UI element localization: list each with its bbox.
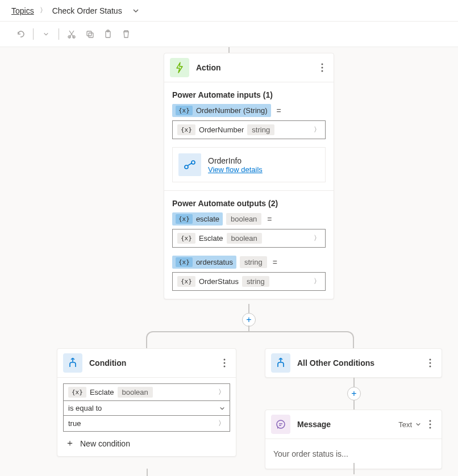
redo-dropdown-button[interactable]: [37, 26, 55, 42]
out1-value-name: Esclate: [199, 234, 223, 243]
delete-button[interactable]: [117, 26, 135, 42]
variable-icon: {x}: [177, 276, 195, 287]
condition-node[interactable]: Condition {x} Esclate boolean 〉 is equal…: [57, 348, 236, 457]
output-variable-chip[interactable]: {x} orderstatus: [172, 256, 236, 269]
svg-point-13: [224, 366, 226, 368]
toolbar: [0, 22, 458, 47]
input-value-name: OrderNumber: [199, 126, 244, 134]
chevron-right-icon: 〉: [314, 125, 320, 135]
condition-var-type: boolean: [118, 387, 153, 398]
connector-line: [353, 463, 355, 474]
other-header: All Other Conditions: [265, 349, 442, 377]
variable-icon: {x}: [176, 214, 193, 224]
more-icon[interactable]: [424, 356, 436, 370]
input-variable-chip[interactable]: {x} OrderNumber (String): [172, 104, 271, 117]
svg-point-12: [224, 362, 226, 364]
action-title: Action: [196, 63, 317, 72]
breadcrumb-separator: 〉: [40, 6, 47, 15]
input-value-type: string: [247, 124, 274, 135]
add-node-button[interactable]: +: [242, 313, 256, 327]
svg-point-14: [430, 359, 431, 361]
svg-point-10: [191, 161, 195, 164]
all-other-conditions-node[interactable]: All Other Conditions: [265, 348, 442, 378]
message-title: Message: [297, 420, 398, 429]
out2-var-type: string: [240, 256, 267, 268]
inputs-section-label: Power Automate inputs (1): [164, 82, 334, 104]
copy-button[interactable]: [81, 26, 99, 42]
view-flow-details-link[interactable]: View flow details: [208, 165, 263, 174]
condition-header: Condition: [57, 349, 236, 378]
svg-point-19: [430, 424, 431, 425]
condition-value: true: [68, 419, 81, 428]
output-variable-chip[interactable]: {x} esclate: [172, 212, 223, 226]
message-type-label: Text: [398, 420, 412, 429]
input-var-name: OrderNumber (String): [196, 106, 268, 115]
chevron-down-icon: [415, 421, 421, 427]
condition-title: Condition: [89, 358, 219, 368]
authoring-canvas[interactable]: Action Power Automate inputs (1) {x} Ord…: [0, 47, 458, 475]
condition-operator-selector[interactable]: is equal to: [63, 401, 230, 416]
connector-line: [248, 325, 249, 331]
outputs-section-label: Power Automate outputs (2): [164, 190, 334, 212]
add-node-button[interactable]: +: [347, 387, 361, 400]
equals-sign: =: [273, 258, 277, 267]
out1-var-type: boolean: [226, 213, 261, 225]
chevron-right-icon: 〉: [314, 233, 320, 243]
chevron-right-icon: 〉: [218, 387, 225, 397]
output-var-row: {x} esclate boolean =: [164, 212, 334, 229]
flow-name: OrderInfo: [208, 156, 263, 165]
breadcrumb-dropdown-icon[interactable]: [132, 7, 139, 14]
out1-value-selector[interactable]: {x} Esclate boolean 〉: [172, 229, 326, 248]
more-icon[interactable]: [424, 417, 436, 431]
new-condition-button[interactable]: ＋ New condition: [63, 432, 230, 450]
svg-point-6: [322, 64, 323, 65]
variable-icon: {x}: [176, 106, 193, 115]
svg-point-16: [430, 366, 431, 368]
connector-line: [147, 469, 148, 476]
variable-icon: {x}: [176, 257, 193, 267]
out1-value-type: boolean: [227, 233, 262, 244]
output-var-row: {x} orderstatus string =: [164, 256, 334, 272]
svg-point-11: [224, 359, 226, 361]
svg-rect-4: [106, 31, 110, 37]
toolbar-divider: [59, 28, 59, 40]
variable-icon: {x}: [68, 387, 86, 398]
paste-button[interactable]: [99, 26, 117, 42]
message-header: Message Text: [265, 410, 442, 439]
breadcrumb-root-link[interactable]: Topics: [11, 6, 34, 15]
input-value-selector[interactable]: {x} OrderNumber string 〉: [172, 120, 326, 139]
condition-body: {x} Esclate boolean 〉 is equal to true 〉…: [57, 378, 236, 456]
new-condition-label: New condition: [80, 439, 130, 448]
cut-button[interactable]: [63, 26, 81, 42]
condition-variable-selector[interactable]: {x} Esclate boolean 〉: [63, 383, 230, 401]
svg-point-17: [277, 420, 285, 428]
out2-value-selector[interactable]: {x} OrderStatus string 〉: [172, 272, 326, 291]
message-type-selector[interactable]: Text: [398, 420, 421, 429]
other-title: All Other Conditions: [297, 358, 424, 368]
flow-reference-box: OrderInfo View flow details: [172, 147, 326, 182]
chevron-right-icon: 〉: [314, 277, 320, 286]
out2-value-name: OrderStatus: [199, 277, 239, 286]
equals-sign: =: [277, 106, 281, 115]
connector-line: [228, 47, 230, 53]
svg-rect-2: [87, 31, 91, 36]
svg-rect-3: [89, 33, 93, 37]
chevron-right-icon: 〉: [218, 419, 225, 428]
variable-icon: {x}: [177, 233, 195, 244]
more-icon[interactable]: [317, 61, 328, 74]
branch-icon: [271, 353, 290, 373]
message-icon: [271, 415, 290, 434]
branch-connector: [146, 331, 354, 348]
svg-point-18: [430, 420, 431, 422]
more-icon[interactable]: [219, 356, 230, 370]
undo-button[interactable]: [11, 26, 30, 42]
out1-var-name: esclate: [196, 215, 219, 223]
out2-value-type: string: [242, 276, 269, 287]
condition-var-name: Esclate: [90, 388, 114, 396]
action-node[interactable]: Action Power Automate inputs (1) {x} Ord…: [164, 53, 334, 299]
svg-point-7: [322, 67, 323, 69]
condition-value-selector[interactable]: true 〉: [63, 416, 230, 432]
message-node[interactable]: Message Text Your order status is...: [265, 410, 442, 469]
svg-point-20: [430, 427, 431, 429]
condition-operator: is equal to: [68, 404, 102, 412]
